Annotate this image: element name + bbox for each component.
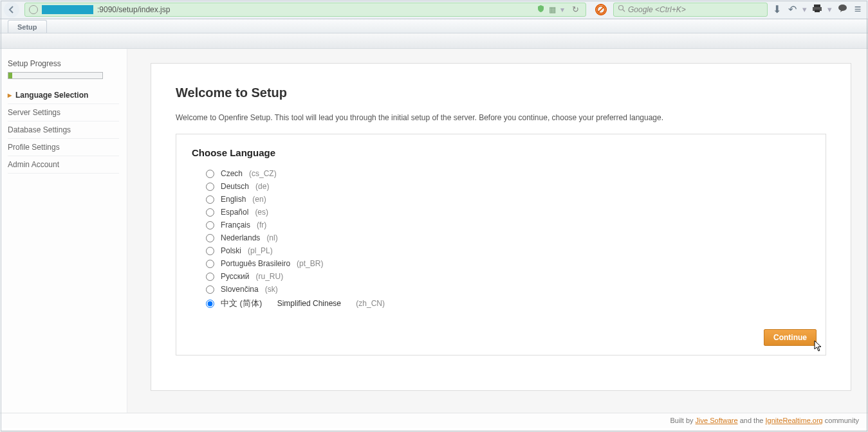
footer-link-jive[interactable]: Jive Software xyxy=(696,417,738,424)
lang-code: (nl) xyxy=(266,233,277,242)
cursor-icon xyxy=(814,340,823,354)
search-bar[interactable]: Google <Ctrl+K> xyxy=(613,3,768,17)
lang-label: Polski xyxy=(221,246,241,255)
lang-code: (de) xyxy=(255,182,269,191)
sidebar-item-profile[interactable]: Profile Settings xyxy=(8,139,119,156)
url-path: :9090/setup/index.jsp xyxy=(97,5,533,14)
content-card: Welcome to Setup Welcome to Openfire Set… xyxy=(151,63,851,391)
lang-label: English xyxy=(221,195,246,204)
qr-icon[interactable]: ▦ xyxy=(549,5,555,14)
footer-prefix: Built by xyxy=(670,417,695,424)
language-box: Choose Language Czech(cs_CZ) Deutsch(de)… xyxy=(176,134,826,356)
progress-bar xyxy=(8,72,103,79)
tab-strip: Setup xyxy=(0,19,868,33)
lang-label: 中文 (简体) xyxy=(221,298,262,309)
undo-icon[interactable]: ↶ xyxy=(786,3,799,15)
footer-suffix: community xyxy=(823,417,859,424)
svg-rect-6 xyxy=(815,10,820,12)
lang-option-english[interactable]: English(en) xyxy=(192,193,810,206)
main-wrap: Setup Progress Language Selection Server… xyxy=(0,49,868,413)
chat-icon[interactable] xyxy=(836,4,849,15)
footer-mid: and the xyxy=(738,417,766,424)
lang-code: (pt_BR) xyxy=(297,259,323,268)
lang-code: (en) xyxy=(252,195,266,204)
menu-icon[interactable]: ≡ xyxy=(851,3,864,16)
radio-english[interactable] xyxy=(206,195,214,204)
radio-french[interactable] xyxy=(206,221,214,230)
lang-code: (zh_CN) xyxy=(356,299,385,308)
radio-russian[interactable] xyxy=(206,273,214,281)
lang-option-spanish[interactable]: Español(es) xyxy=(192,206,810,219)
svg-point-7 xyxy=(838,4,847,11)
radio-polish[interactable] xyxy=(206,247,214,255)
reload-icon[interactable]: ↻ xyxy=(569,4,582,14)
tab-setup[interactable]: Setup xyxy=(8,20,47,33)
radio-spanish[interactable] xyxy=(206,208,214,217)
progress-bar-fill xyxy=(8,73,12,78)
choose-language-heading: Choose Language xyxy=(192,147,810,158)
sidebar-item-server[interactable]: Server Settings xyxy=(8,104,119,122)
lang-label: Nederlands xyxy=(221,233,260,242)
lang-option-slovak[interactable]: Slovenčina(sk) xyxy=(192,283,810,296)
lang-label: Português Brasileiro xyxy=(221,259,290,268)
lang-code: (sk) xyxy=(265,285,278,294)
continue-button[interactable]: Continue xyxy=(764,329,817,346)
radio-portuguese[interactable] xyxy=(206,260,214,268)
lang-code: (es) xyxy=(255,208,268,217)
search-icon xyxy=(618,4,625,14)
search-placeholder: Google <Ctrl+K> xyxy=(628,5,686,14)
lang-code: (cs_CZ) xyxy=(249,169,277,178)
separator: ▾ xyxy=(559,5,566,14)
lang-code: (pl_PL) xyxy=(248,246,273,255)
sidebar-item-database[interactable]: Database Settings xyxy=(8,122,119,139)
lang-label: Deutsch xyxy=(221,182,249,191)
print-icon[interactable] xyxy=(811,4,824,15)
lang-label: Español xyxy=(221,208,248,217)
page-title: Welcome to Setup xyxy=(176,86,826,100)
lang-code: (fr) xyxy=(257,221,266,230)
sidebar: Setup Progress Language Selection Server… xyxy=(0,49,127,413)
lang-option-chinese[interactable]: 中文 (简体) Simplified Chinese (zh_CN) xyxy=(192,296,810,311)
radio-chinese[interactable] xyxy=(206,300,214,308)
url-host-redacted xyxy=(42,5,93,14)
lang-option-russian[interactable]: Русский(ru_RU) xyxy=(192,270,810,283)
lang-label: Русский xyxy=(221,272,250,281)
dropdown-icon[interactable]: ▾ xyxy=(801,4,808,14)
radio-dutch[interactable] xyxy=(206,234,214,242)
footer: Built by Jive Software and the IgniteRea… xyxy=(0,413,868,428)
lang-option-polish[interactable]: Polski(pl_PL) xyxy=(192,244,810,257)
lang-label: Slovenčina xyxy=(221,285,259,294)
setup-progress-title: Setup Progress xyxy=(8,59,119,68)
svg-line-3 xyxy=(623,10,625,12)
lang-code: (ru_RU) xyxy=(256,272,284,281)
sidebar-item-admin[interactable]: Admin Account xyxy=(8,156,119,174)
back-button[interactable] xyxy=(4,2,19,17)
download-icon[interactable]: ⬇ xyxy=(770,3,783,15)
lang-label: Français xyxy=(221,221,250,230)
svg-point-2 xyxy=(619,6,623,10)
lang-option-czech[interactable]: Czech(cs_CZ) xyxy=(192,167,810,180)
radio-czech[interactable] xyxy=(206,170,214,178)
sidebar-item-language[interactable]: Language Selection xyxy=(8,87,119,104)
lang-option-german[interactable]: Deutsch(de) xyxy=(192,180,810,193)
lang-option-portuguese[interactable]: Português Brasileiro(pt_BR) xyxy=(192,257,810,270)
footer-link-ignite[interactable]: IgniteRealtime.org xyxy=(765,417,822,424)
globe-icon xyxy=(29,5,38,14)
page-intro: Welcome to Openfire Setup. This tool wil… xyxy=(176,113,826,122)
dropdown-icon[interactable]: ▾ xyxy=(826,4,833,14)
subheader-band xyxy=(0,33,868,49)
lang-option-dutch[interactable]: Nederlands(nl) xyxy=(192,231,810,244)
radio-slovak[interactable] xyxy=(206,285,214,294)
content-area: Welcome to Setup Welcome to Openfire Set… xyxy=(127,49,868,413)
radio-german[interactable] xyxy=(206,183,214,191)
block-icon[interactable] xyxy=(595,4,607,15)
shield-icon[interactable] xyxy=(537,4,545,15)
svg-rect-4 xyxy=(814,4,820,7)
browser-toolbar: :9090/setup/index.jsp ▦ ▾ ↻ Google <Ctrl… xyxy=(0,0,868,19)
lang-label: Czech xyxy=(221,169,243,178)
lang-option-french[interactable]: Français(fr) xyxy=(192,219,810,231)
svg-line-1 xyxy=(598,7,603,12)
lang-english-name: Simplified Chinese xyxy=(277,299,341,308)
url-bar[interactable]: :9090/setup/index.jsp ▦ ▾ ↻ xyxy=(24,3,586,17)
